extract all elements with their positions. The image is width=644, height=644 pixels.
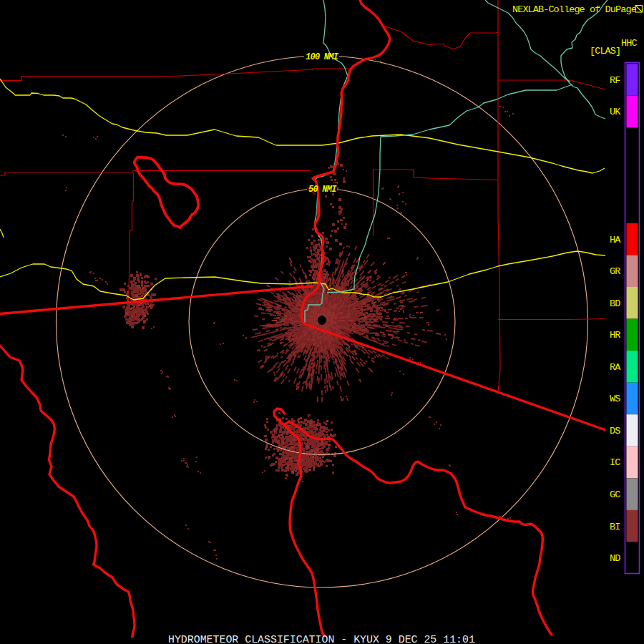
svg-text:GC: GC <box>610 489 620 500</box>
svg-text:HHC: HHC <box>621 38 637 49</box>
svg-text:IC: IC <box>610 457 620 468</box>
svg-text:BI: BI <box>610 522 620 532</box>
svg-text:UK: UK <box>610 107 621 117</box>
svg-text:100 NMI: 100 NMI <box>306 52 339 62</box>
svg-text:DS: DS <box>610 426 620 436</box>
svg-text:RA: RA <box>610 362 621 373</box>
svg-text:HYDROMETEOR CLASSIFICATION - K: HYDROMETEOR CLASSIFICATION - KYUX 9 DEC … <box>168 634 475 644</box>
svg-text:GR: GR <box>610 266 620 277</box>
svg-text:RF: RF <box>610 75 620 86</box>
svg-text:50 NMI: 50 NMI <box>308 185 337 195</box>
svg-text:NEXLAB-College of DuPage: NEXLAB-College of DuPage <box>512 4 637 15</box>
svg-text:HR: HR <box>610 330 620 341</box>
svg-text:WS: WS <box>610 394 620 404</box>
svg-text:HA: HA <box>610 235 621 245</box>
svg-text:[CLAS]: [CLAS] <box>590 46 620 57</box>
svg-text:ND: ND <box>610 553 620 564</box>
svg-text:BD: BD <box>610 298 620 309</box>
